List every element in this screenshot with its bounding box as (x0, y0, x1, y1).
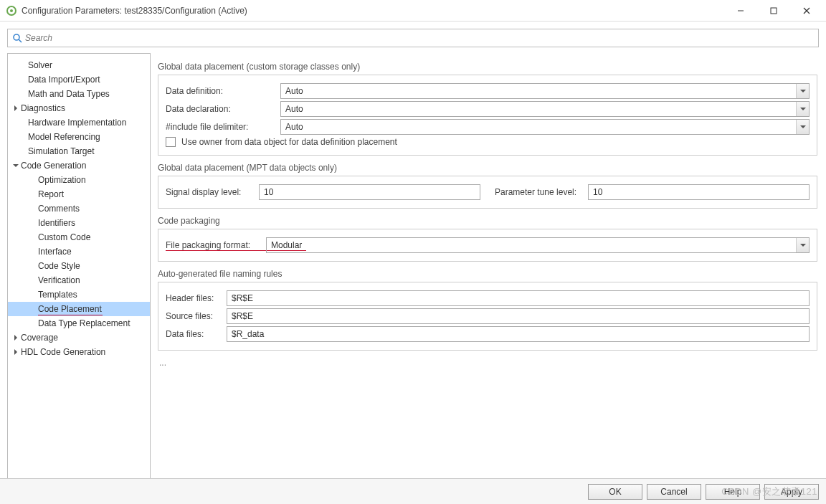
header-files-label: Header files: (166, 293, 227, 303)
search-bar[interactable] (7, 29, 819, 47)
chevron-down-icon (796, 102, 809, 116)
sidebar-item-label: HDL Code Generation (21, 347, 105, 357)
signal-display-input[interactable]: 10 (259, 184, 480, 200)
sidebar-item-code-placement[interactable]: Code Placement (8, 302, 150, 316)
sidebar-item-label: Solver (28, 60, 52, 70)
data-files-label: Data files: (166, 329, 227, 339)
minimize-button[interactable] (724, 0, 757, 22)
more-indicator: ... (159, 358, 817, 368)
svg-marker-8 (14, 105, 17, 111)
sidebar-item-label: Simulation Target (28, 146, 95, 156)
sidebar-item-report[interactable]: Report (8, 187, 150, 201)
source-files-input[interactable]: $R$E (227, 308, 810, 324)
ok-button[interactable]: OK (588, 484, 642, 500)
sidebar-item-interface[interactable]: Interface (8, 244, 150, 259)
file-packaging-select[interactable]: Modular (266, 237, 810, 253)
data-definition-select[interactable]: Auto (280, 83, 810, 99)
sidebar-item-label: Code Placement (38, 304, 102, 314)
sidebar-item-label: Hardware Implementation (28, 118, 126, 128)
sidebar-item-label: Coverage (21, 333, 58, 343)
sidebar-item-label: Identifiers (38, 218, 75, 228)
data-files-input[interactable]: $R_data (227, 326, 810, 342)
signal-display-label: Signal display level: (166, 187, 259, 197)
svg-line-7 (19, 39, 22, 42)
data-declaration-label: Data declaration: (166, 104, 280, 114)
window-title: Configuration Parameters: test28335/Conf… (22, 6, 724, 16)
chevron-right-icon (12, 349, 19, 355)
sidebar-item-math-and-data-types[interactable]: Math and Data Types (8, 87, 150, 101)
sidebar-item-hdl-code-generation[interactable]: HDL Code Generation (8, 345, 150, 359)
parameter-tune-input[interactable]: 10 (588, 184, 810, 200)
sidebar-item-label: Math and Data Types (28, 89, 110, 99)
sidebar-item-model-referencing[interactable]: Model Referencing (8, 130, 150, 144)
svg-marker-14 (800, 125, 806, 128)
svg-marker-10 (14, 335, 17, 341)
sidebar-item-code-style[interactable]: Code Style (8, 259, 150, 273)
sidebar-item-label: Code Generation (21, 161, 86, 171)
sidebar-item-label: Data Import/Export (28, 75, 100, 85)
sidebar-item-data-import-export[interactable]: Data Import/Export (8, 72, 150, 87)
parameter-tune-label: Parameter tune level: (495, 187, 588, 197)
svg-point-1 (10, 9, 13, 12)
sidebar-item-simulation-target[interactable]: Simulation Target (8, 144, 150, 158)
header-files-input[interactable]: $R$E (227, 290, 810, 306)
sidebar-item-label: Report (38, 189, 64, 199)
mpt-panel: Signal display level: 10 Parameter tune … (158, 176, 817, 209)
sidebar-item-label: Interface (38, 247, 72, 257)
code-packaging-panel: File packaging format: Modular (158, 229, 817, 262)
section-title: Global data placement (custom storage cl… (158, 62, 817, 72)
sidebar-item-solver[interactable]: Solver (8, 58, 150, 72)
svg-marker-9 (13, 164, 19, 167)
sidebar-item-identifiers[interactable]: Identifiers (8, 216, 150, 230)
section-title: Code packaging (158, 216, 817, 226)
sidebar-item-label: Diagnostics (21, 103, 65, 113)
use-owner-checkbox[interactable] (166, 137, 176, 147)
sidebar-item-verification[interactable]: Verification (8, 273, 150, 287)
sidebar-item-hardware-implementation[interactable]: Hardware Implementation (8, 115, 150, 130)
sidebar-item-optimization[interactable]: Optimization (8, 173, 150, 187)
maximize-button[interactable] (757, 0, 790, 22)
source-files-label: Source files: (166, 311, 227, 321)
svg-marker-13 (800, 108, 806, 110)
data-declaration-select[interactable]: Auto (280, 101, 810, 117)
sidebar-item-label: Data Type Replacement (38, 318, 130, 328)
main-panel: Global data placement (custom storage cl… (158, 53, 819, 480)
sidebar-item-label: Verification (38, 275, 80, 285)
sidebar-item-label: Optimization (38, 175, 86, 185)
svg-marker-12 (800, 90, 806, 92)
include-delimiter-select[interactable]: Auto (280, 119, 810, 135)
titlebar: Configuration Parameters: test28335/Conf… (0, 0, 826, 22)
nav-tree: SolverData Import/ExportMath and Data Ty… (7, 53, 151, 480)
help-button[interactable]: Help (706, 484, 760, 500)
chevron-down-icon (796, 84, 809, 98)
file-packaging-label: File packaging format: (166, 240, 266, 250)
chevron-down-icon (12, 163, 19, 168)
sidebar-item-templates[interactable]: Templates (8, 287, 150, 302)
sidebar-item-coverage[interactable]: Coverage (8, 331, 150, 345)
close-button[interactable] (790, 0, 823, 22)
svg-rect-3 (771, 8, 777, 14)
sidebar-item-label: Comments (38, 204, 80, 214)
sidebar-item-code-generation[interactable]: Code Generation (8, 158, 150, 173)
chevron-down-icon (796, 238, 809, 252)
cancel-button[interactable]: Cancel (647, 484, 701, 500)
search-input[interactable] (25, 33, 814, 43)
svg-point-6 (14, 34, 19, 40)
sidebar-item-diagnostics[interactable]: Diagnostics (8, 101, 150, 115)
app-icon (6, 5, 17, 16)
chevron-right-icon (12, 105, 19, 111)
global-data-placement-panel: Data definition: Auto Data declaration: … (158, 75, 817, 156)
svg-marker-11 (14, 349, 17, 355)
search-icon (12, 33, 22, 43)
chevron-down-icon (796, 120, 809, 134)
sidebar-item-comments[interactable]: Comments (8, 201, 150, 216)
sidebar-item-data-type-replacement[interactable]: Data Type Replacement (8, 316, 150, 331)
section-title: Auto-generated file naming rules (158, 269, 817, 279)
sidebar-item-label: Custom Code (38, 232, 90, 242)
sidebar-item-label: Code Style (38, 261, 80, 271)
apply-button[interactable]: Apply (764, 484, 819, 500)
naming-rules-panel: Header files: $R$E Source files: $R$E Da… (158, 282, 817, 351)
include-delimiter-label: #include file delimiter: (166, 122, 280, 132)
sidebar-item-custom-code[interactable]: Custom Code (8, 230, 150, 244)
dialog-footer: OK Cancel Help Apply (0, 478, 826, 504)
